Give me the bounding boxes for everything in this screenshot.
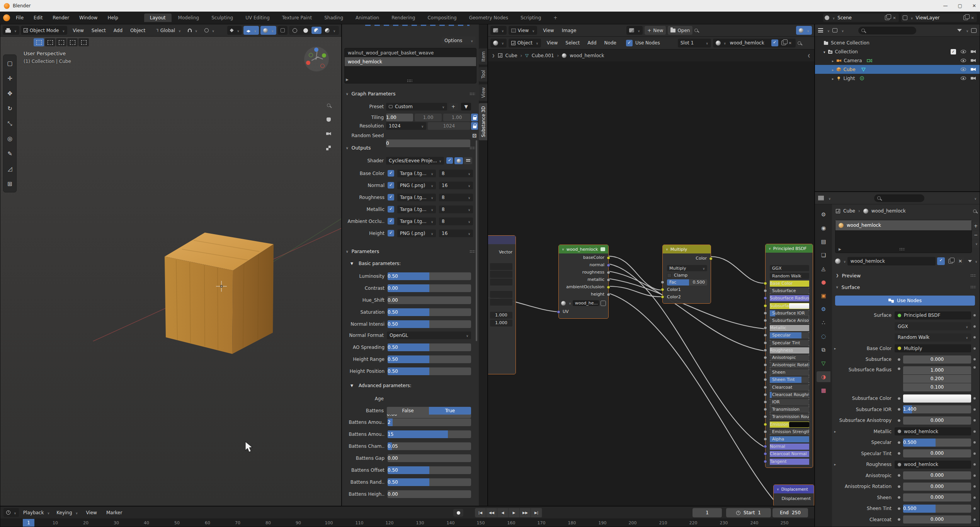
shader-editor-menu-item[interactable]: Add xyxy=(584,39,600,47)
output-enable-checkbox[interactable] xyxy=(388,218,394,224)
outliner-row-scene-collection[interactable]: Scene Collection xyxy=(815,38,980,47)
tiling-z-field[interactable]: 1.00 xyxy=(443,114,470,121)
parameter-slider[interactable]: 0.50 xyxy=(388,355,471,363)
new-view-layer-icon[interactable] xyxy=(963,15,968,20)
camera-view-icon[interactable] xyxy=(323,129,333,139)
bsdf-input-row[interactable]: Subsurface Color Subsurface Color xyxy=(770,303,809,309)
parameter-slider[interactable]: 0.00 xyxy=(388,454,471,462)
principled-bsdf-node[interactable]: Principled BSDF GGX Random Walk Base Col… xyxy=(765,244,813,468)
bsdf-input-row[interactable]: Subsurface Anisotropy Subsurface Anisotr… xyxy=(770,318,809,324)
output-enable-checkbox[interactable] xyxy=(388,230,394,236)
mode-dropdown[interactable]: Object Mode xyxy=(21,26,67,35)
property-row[interactable]: ▸ Base Color Multiply Multiply Multiply … xyxy=(832,344,980,353)
workspace-tab[interactable]: Compositing xyxy=(422,14,462,22)
output-depth-dropdown[interactable]: 16 xyxy=(439,230,473,237)
tool-button[interactable]: ✛ xyxy=(4,71,15,85)
tiling-lock-button[interactable] xyxy=(471,114,478,121)
blend-mode-dropdown[interactable]: Multiply xyxy=(667,265,707,271)
viewport-menu-item[interactable]: Select xyxy=(88,27,110,34)
property-row[interactable]: Random Walk Random Walk Random Walk Rand… xyxy=(832,333,980,342)
y-axis-ball[interactable] xyxy=(322,53,326,58)
viewport-menu-item[interactable]: View xyxy=(69,27,87,34)
tool-button[interactable]: ⤡ xyxy=(4,116,15,131)
shading-rendered-button[interactable] xyxy=(322,27,338,34)
tool-button[interactable]: ◿ xyxy=(4,162,15,176)
select-mode-invert[interactable] xyxy=(67,38,78,46)
preview-section-header[interactable]: Preview xyxy=(836,271,980,280)
parameter-slider[interactable]: 0.50 xyxy=(388,272,471,280)
preset-dropdown[interactable]: Custom xyxy=(386,103,447,110)
sidebar-tab[interactable]: Tool xyxy=(479,67,488,82)
remove-view-layer-icon[interactable]: ✕ xyxy=(970,16,975,20)
battens-true-button[interactable]: True xyxy=(429,407,471,415)
surface-section-header[interactable]: Surface xyxy=(836,282,980,292)
mapping-value[interactable]: 1.000 xyxy=(490,312,512,319)
outliner-row-light[interactable]: Light xyxy=(815,74,980,83)
list-expand-icon[interactable]: ▶ xyxy=(346,78,349,82)
output-enable-checkbox[interactable] xyxy=(388,206,394,212)
shader-editor-menu-item[interactable]: Node xyxy=(601,39,620,47)
outliner-options-icon[interactable] xyxy=(971,28,977,33)
unlink-scene-icon[interactable]: ✕ xyxy=(892,16,897,20)
outputs-header[interactable]: Outputs xyxy=(346,145,371,151)
show-overlays-dropdown[interactable] xyxy=(243,26,259,35)
close-button[interactable]: ✕ xyxy=(972,3,976,8)
shader-node-editor[interactable]: View ViewImage +New Open Object ViewSele… xyxy=(488,24,815,506)
breadcrumb-overflow-left[interactable]: ❯ xyxy=(492,54,495,58)
render-visibility-icon[interactable] xyxy=(971,50,976,53)
preset-filter-button[interactable]: ▼ xyxy=(461,103,471,110)
property-row[interactable]: Anisotropic 0.000 0.000 0.000 0.000 0.00… xyxy=(832,471,980,480)
node-output-socket-row[interactable]: metallic xyxy=(559,277,604,283)
parameter-slider[interactable]: 0.50 xyxy=(388,478,471,486)
transport-button[interactable]: ▶ xyxy=(509,508,520,517)
property-row[interactable]: ▸ Metallic wood_hemlock wood_hemlock woo… xyxy=(832,427,980,436)
parameter-slider[interactable]: 0.00 xyxy=(388,490,471,498)
render-preview-toggle[interactable] xyxy=(278,26,288,35)
parameter-slider[interactable]: 0.00 xyxy=(388,284,471,292)
properties-search[interactable] xyxy=(874,194,924,202)
breadcrumb-object[interactable]: Cube xyxy=(843,208,855,214)
mix-node-multiply[interactable]: Multiply Color Multiply Clamp Fac0.500 C… xyxy=(662,245,711,304)
properties-tab[interactable]: ⚙ xyxy=(817,209,830,220)
z-axis-ball[interactable] xyxy=(314,48,318,52)
workspace-tab[interactable]: UV Editing xyxy=(240,14,276,22)
output-format-dropdown[interactable]: Targa (.tg... xyxy=(397,170,436,177)
image-options-button[interactable] xyxy=(796,26,812,35)
filter-funnel-icon[interactable] xyxy=(968,260,972,262)
shading-wireframe-button[interactable] xyxy=(290,27,300,34)
output-depth-dropdown[interactable]: 8 xyxy=(439,218,473,225)
scene-selector[interactable]: Scene ✕ xyxy=(823,14,899,22)
properties-tab[interactable]: ◬ xyxy=(817,263,830,274)
topbar-menu-item[interactable]: File xyxy=(11,14,29,22)
filter-funnel-icon[interactable] xyxy=(957,29,962,32)
output-depth-dropdown[interactable]: 8 xyxy=(439,206,473,213)
list-resize-grip[interactable] xyxy=(899,248,905,251)
property-row[interactable]: GGX GGX GGX GGX GGX xyxy=(832,322,980,331)
bsdf-input-row[interactable]: Subsurface Subsurface xyxy=(770,288,809,294)
shader-list-button[interactable] xyxy=(464,157,472,164)
navigation-gizmo[interactable] xyxy=(304,47,329,71)
parameter-slider[interactable]: 0.50 xyxy=(388,320,471,328)
properties-tab[interactable]: ▣ xyxy=(817,290,830,301)
timeline-ruler[interactable]: 1020304050607080901001101201301401501601… xyxy=(0,519,814,527)
property-row[interactable]: Clearcoat 0.000 0.000 0.000 0.000 0.000 xyxy=(832,515,980,524)
sidebar-tab[interactable]: Substance 3D xyxy=(479,103,488,140)
output-format-dropdown[interactable]: Targa (.tg... xyxy=(397,206,436,213)
minimize-button[interactable]: — xyxy=(943,3,948,8)
select-mode-extend[interactable] xyxy=(45,38,55,46)
view-layer-selector[interactable]: ViewLayer ✕ xyxy=(901,14,977,22)
workspace-tab[interactable]: Modeling xyxy=(172,14,205,22)
x-axis-ball-negative[interactable] xyxy=(320,64,325,68)
topbar-menu-item[interactable]: Help xyxy=(102,14,123,22)
add-slot-button[interactable]: + xyxy=(972,222,980,230)
property-row[interactable]: Anisotropic Rotation 0.000 0.000 0.000 0… xyxy=(832,482,980,491)
filter-collection-icon[interactable] xyxy=(832,28,837,32)
property-row[interactable]: Subsurface Radius 1.000 1.000 1.000 1.00… xyxy=(832,366,980,392)
basic-parameters-toggle[interactable]: ▼Basic parameters: xyxy=(350,261,401,266)
fake-user-shield-button[interactable] xyxy=(937,257,945,265)
workspace-tab[interactable]: Geometry Nodes xyxy=(463,14,514,22)
transport-button[interactable]: |◀ xyxy=(475,508,486,517)
view-menu[interactable]: View xyxy=(82,509,100,517)
resolution-lock-button[interactable] xyxy=(471,122,478,130)
editor-type-button[interactable] xyxy=(3,26,19,35)
